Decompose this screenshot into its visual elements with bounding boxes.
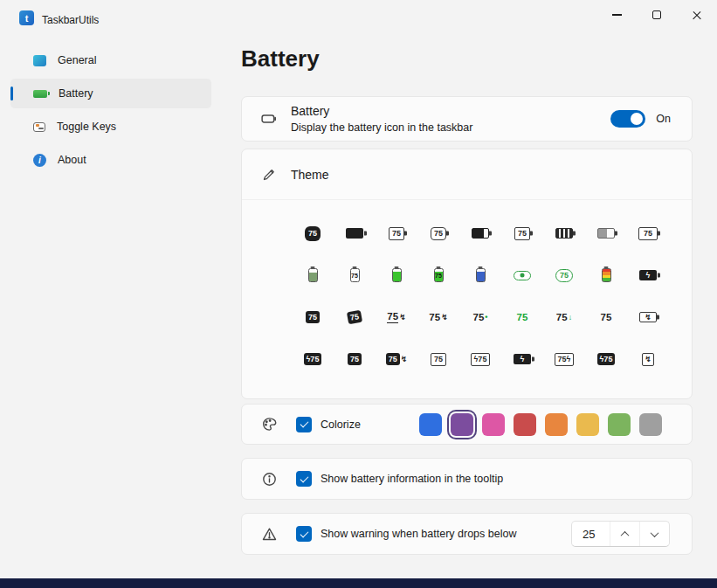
color-swatch-gray[interactable] bbox=[639, 413, 662, 436]
battery-outline-icon bbox=[261, 111, 277, 127]
theme-option-text-75-underline-plug[interactable]: 75↯ bbox=[376, 296, 417, 338]
theme-option-text-75-dot[interactable]: 75• bbox=[459, 296, 501, 338]
warning-threshold-spinner: 25 bbox=[571, 521, 670, 547]
sidebar-item-about[interactable]: About bbox=[10, 145, 211, 175]
theme-option-dark-boltv-75[interactable]: ϟ75 bbox=[585, 338, 627, 380]
color-swatch-blue[interactable] bbox=[419, 413, 442, 436]
theme-icon-outline-75: 75 bbox=[389, 227, 404, 240]
theme-option-text-75-arrow[interactable]: 75↓ bbox=[543, 296, 585, 338]
app-icon bbox=[19, 10, 34, 25]
sidebar-item-label: General bbox=[58, 54, 96, 66]
theme-icon-outline-plug: ↯ bbox=[639, 312, 657, 322]
theme-option-outline-75-wide[interactable]: 75 bbox=[627, 212, 669, 254]
theme-option-vertical-green-75[interactable]: 75 bbox=[417, 254, 459, 296]
theme-icon-outline-75-alt: 75 bbox=[514, 227, 530, 240]
color-swatch-pink[interactable] bbox=[482, 413, 505, 436]
sidebar-item-toggle-keys[interactable]: Toggle Keys bbox=[10, 112, 211, 142]
theme-icon-outline-75-wide: 75 bbox=[638, 227, 658, 240]
theme-icon-vertical-gradient bbox=[602, 268, 611, 282]
theme-option-outline-bolt-75[interactable]: ϟ75 bbox=[459, 338, 501, 380]
theme-option-outline-box-75[interactable]: 75 bbox=[417, 338, 459, 380]
theme-option-vertical-blue[interactable] bbox=[459, 254, 501, 296]
theme-icon-text-75-underline-plug: 75 bbox=[387, 311, 398, 323]
theme-option-vertical-olive[interactable] bbox=[292, 254, 334, 296]
info-icon bbox=[33, 154, 46, 167]
close-icon bbox=[692, 10, 702, 20]
color-swatch-red[interactable] bbox=[514, 413, 536, 436]
info-circle-icon bbox=[261, 471, 277, 487]
theme-icon-dark-small-75: 75 bbox=[306, 311, 320, 323]
theme-option-outline-75[interactable]: 75 bbox=[376, 212, 417, 254]
theme-option-text-75-plain[interactable]: 75 bbox=[585, 296, 627, 338]
check-icon bbox=[300, 474, 308, 482]
battery-toggle-card: Battery Display the battery icon in the … bbox=[241, 96, 693, 142]
colorize-checkbox[interactable] bbox=[296, 417, 312, 432]
theme-option-dark-75-plug[interactable]: 75↯ bbox=[376, 338, 417, 380]
theme-option-outline-plug[interactable]: ↯ bbox=[627, 296, 669, 338]
theme-icon-dark-boltv-75: ϟ75 bbox=[597, 353, 616, 365]
page-title: Battery bbox=[241, 45, 320, 73]
battery-toggle-switch[interactable] bbox=[610, 110, 645, 128]
theme-icon-solid-bolt: ϟ bbox=[639, 270, 657, 280]
theme-icon-text-75-green: 75 bbox=[517, 312, 528, 322]
theme-icon-solid-notch bbox=[472, 228, 489, 239]
theme-card: Theme 7575757575757575ϟ757575↯75↯75•7575… bbox=[241, 149, 693, 399]
check-icon bbox=[300, 529, 308, 537]
theme-option-dark-tilted-75[interactable]: 75 bbox=[334, 296, 376, 338]
spinner-down-button[interactable] bbox=[639, 522, 669, 546]
spinner-up-button[interactable] bbox=[610, 522, 639, 546]
theme-option-dark-small-75[interactable]: 75 bbox=[292, 296, 334, 338]
card-subtitle: Display the battery icon in the taskbar bbox=[291, 121, 472, 134]
theme-icon-outline-bolt-75: ϟ75 bbox=[471, 353, 491, 366]
sidebar: General Battery Toggle Keys About bbox=[10, 45, 211, 178]
theme-icon-suffix: ↯ bbox=[399, 313, 406, 322]
theme-option-segmented[interactable] bbox=[543, 212, 585, 254]
theme-icon-vertical-olive bbox=[308, 268, 318, 282]
theme-option-text-75-green[interactable]: 75 bbox=[501, 296, 543, 338]
theme-option-vertical-gradient[interactable] bbox=[585, 254, 627, 296]
color-swatch-yellow[interactable] bbox=[576, 413, 599, 436]
theme-icon-solid-block bbox=[346, 228, 363, 239]
theme-icon-dark-bolt-75: ϟ75 bbox=[304, 353, 322, 365]
sidebar-item-battery[interactable]: Battery bbox=[10, 79, 211, 108]
color-swatch-orange[interactable] bbox=[545, 413, 568, 436]
color-swatch-green[interactable] bbox=[608, 413, 631, 436]
sidebar-item-general[interactable]: General bbox=[10, 45, 211, 75]
colorize-label: Colorize bbox=[321, 419, 361, 431]
warning-checkbox[interactable] bbox=[296, 526, 312, 542]
sidebar-item-label: Toggle Keys bbox=[57, 121, 116, 133]
colorize-card: Colorize bbox=[241, 404, 693, 445]
theme-option-text-75-plug[interactable]: 75↯ bbox=[417, 296, 459, 338]
battery-icon bbox=[33, 90, 47, 98]
warning-card: Show warning when battery drops below 25 bbox=[241, 513, 693, 555]
theme-option-dark-rounded-75[interactable]: 75 bbox=[292, 212, 334, 254]
theme-option-outline-clip[interactable]: ↯ bbox=[627, 338, 669, 380]
color-swatch-purple[interactable] bbox=[451, 413, 473, 436]
pencil-icon bbox=[261, 167, 277, 183]
theme-option-pill-charge[interactable] bbox=[501, 254, 543, 296]
palette-icon bbox=[261, 417, 277, 432]
theme-option-solid-block[interactable] bbox=[334, 212, 376, 254]
theme-option-solid-notch[interactable] bbox=[459, 212, 501, 254]
theme-option-outline-75-alt[interactable]: 75 bbox=[501, 212, 543, 254]
theme-option-outline-rounded-75[interactable]: 75 bbox=[417, 212, 459, 254]
threshold-value[interactable]: 25 bbox=[572, 522, 610, 546]
theme-option-oval-green-75[interactable]: 75 bbox=[543, 254, 585, 296]
theme-option-vertical-75[interactable]: 75 bbox=[334, 254, 376, 296]
theme-option-outline-75-bolt[interactable]: 75ϟ bbox=[543, 338, 585, 380]
theme-option-solid-bolt-alt[interactable]: ϟ bbox=[501, 338, 543, 380]
theme-option-partial-gray[interactable] bbox=[585, 212, 627, 254]
theme-icon-suffix: • bbox=[485, 313, 487, 322]
theme-icon-suffix: ↓ bbox=[569, 313, 573, 322]
theme-option-solid-bolt[interactable]: ϟ bbox=[627, 254, 669, 296]
theme-icon-text-75-dot: 75 bbox=[473, 312, 485, 322]
tooltip-checkbox[interactable] bbox=[296, 471, 312, 487]
theme-icon-text-75-plain: 75 bbox=[601, 312, 612, 322]
theme-option-vertical-green[interactable] bbox=[376, 254, 417, 296]
theme-icon-vertical-green-75: 75 bbox=[434, 268, 444, 282]
theme-option-dark-75[interactable]: 75 bbox=[334, 338, 376, 380]
theme-icon-segmented bbox=[555, 228, 573, 239]
theme-option-dark-bolt-75[interactable]: ϟ75 bbox=[292, 338, 334, 380]
sidebar-item-label: Battery bbox=[59, 87, 93, 100]
chevron-down-icon bbox=[651, 529, 659, 537]
